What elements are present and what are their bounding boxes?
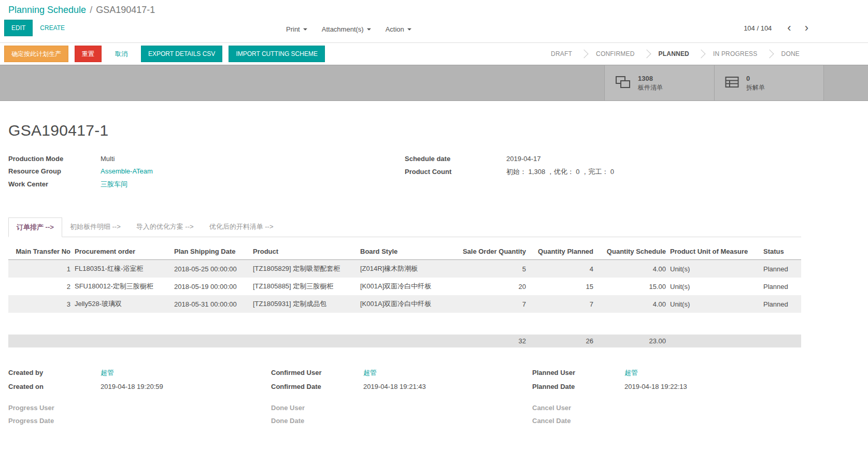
disassembly-stat-button[interactable]: 0 拆解单 [714,65,824,100]
column-header-sale-order-quantity[interactable]: Sale Order Quantity [451,243,528,260]
cell-status: Planned [761,260,801,278]
status-step-done[interactable]: DONE [773,46,808,62]
attachments-dropdown[interactable]: Attachment(s) [322,25,371,33]
field-progress-user: Progress User [8,404,271,412]
field-groups: Production Mode Multi Resource Group Ass… [8,155,801,194]
status-step-planned[interactable]: PLANNED [650,46,698,62]
field-planned-date: Planned Date 2019-04-18 19:22:13 [532,383,801,390]
board-list-stat-button[interactable]: 1308 板件清单 [604,65,714,100]
column-header-board-style[interactable]: Board Style [358,243,451,260]
edit-button[interactable]: EDIT [4,20,33,36]
table-spacer-row [8,313,801,335]
status-step-confirmed[interactable]: CONFIRMED [587,46,643,62]
tab-imported-optimization-plan[interactable]: 导入的优化方案 --> [129,217,202,237]
table-totals-row: 32 26 23.00 [8,335,801,347]
field-label: Product Count [405,168,506,176]
statusbar: DRAFT CONFIRMED PLANNED IN PROGRESS DONE [542,46,808,62]
create-button[interactable]: CREATE [33,20,72,36]
work-center-link[interactable]: 三胺车间 [101,180,127,189]
field-label: Done User [271,404,363,412]
disassembly-label: 拆解单 [746,83,765,92]
stat-text: 0 拆解单 [746,74,765,92]
column-header-quantity-schedule[interactable]: Quantity Schedule [595,243,668,260]
cell-board-style: [K001A]双面冷白中纤板 [358,278,451,295]
cell-product-uom: Unit(s) [668,278,761,295]
pager-count[interactable]: 104 / 104 [744,24,772,32]
pager-nav: ‹ › [787,22,808,34]
status-step-in-progress[interactable]: IN PROGRESS [704,46,766,62]
breadcrumb: Planning Schedule/GSA190417-1 [8,3,808,17]
field-label: Progress Date [8,417,101,425]
cancel-button[interactable]: 取消 [108,46,135,62]
cell-product-uom: Unit(s) [668,260,761,278]
cell-plan-shipping-date: 2018-05-25 00:00:00 [172,260,251,278]
cell-product-uom: Unit(s) [668,295,761,313]
toolbar-buttons: 确定按此计划生产 重置 取消 EXPORT DETAILS CSV IMPORT… [4,46,325,62]
status-step-draft[interactable]: DRAFT [542,46,581,62]
field-created-on: Created on 2019-04-18 19:20:59 [8,383,271,390]
column-header-plan-shipping-date[interactable]: Plan Shipping Date [172,243,251,260]
cell-quantity-schedule: 4.00 [595,295,668,313]
field-label: Work Center [8,180,101,188]
created-on-value: 2019-04-18 19:20:59 [101,383,163,390]
cell-quantity-planned: 15 [528,278,595,295]
record-title: GSA190417-1 [8,122,801,139]
created-by-user-link[interactable]: 超管 [101,368,114,378]
cell-procurement-order: FL180351-红橡-浴室柜 [73,260,172,278]
field-label: Confirmed Date [271,383,363,390]
breadcrumb-separator: / [90,5,92,15]
caret-down-icon [367,28,371,30]
pager-previous-button[interactable]: ‹ [787,22,791,34]
confirmed-date-value: 2019-04-18 19:21:43 [363,383,426,390]
field-label: Cancel Date [532,417,624,425]
tab-initial-board-detail[interactable]: 初始板件明细 --> [62,217,129,237]
print-dropdown[interactable]: Print [286,25,307,33]
export-details-csv-button[interactable]: EXPORT DETAILS CSV [141,46,222,62]
total-quantity-schedule: 23.00 [595,335,668,347]
field-created-by: Created by 超管 [8,368,271,378]
column-header-status[interactable]: Status [761,243,801,260]
cell-sale-order-quantity: 20 [451,278,528,295]
tab-order-scheduling[interactable]: 订单排产 --> [8,217,62,237]
confirm-produce-button[interactable]: 确定按此计划生产 [4,46,68,62]
audit-column-1: Created by 超管 Created on 2019-04-18 19:2… [8,368,271,430]
cell-plan-shipping-date: 2018-05-19 00:00:00 [172,278,251,295]
column-header-quantity-planned[interactable]: Quantity Planned [528,243,595,260]
field-cancel-date: Cancel Date [532,417,801,425]
field-resource-group: Resource Group Assemble-ATeam [8,167,405,175]
disassembly-count: 0 [746,74,765,83]
toolbar: 确定按此计划生产 重置 取消 EXPORT DETAILS CSV IMPORT… [0,43,868,65]
field-cancel-user: Cancel User [532,404,801,412]
column-header-product-uom[interactable]: Product Unit of Measure [668,243,761,260]
board-list-label: 板件清单 [638,83,663,92]
cell-quantity-schedule: 4.00 [595,260,668,278]
control-panel: Planning Schedule/GSA190417-1 EDIT CREAT… [0,0,868,43]
confirmed-user-link[interactable]: 超管 [363,368,377,378]
action-dropdown-label: Action [386,25,404,33]
pager-next-button[interactable]: › [805,22,808,34]
column-header-product[interactable]: Product [251,243,358,260]
table-row[interactable]: 3 Jelly528-玻璃双 2018-05-31 00:00:00 [TZ18… [8,295,801,313]
board-group-icon [615,76,631,90]
field-confirmed-date: Confirmed Date 2019-04-18 19:21:43 [271,383,532,390]
column-header-main-transfer-no[interactable]: Main Transfer No [8,243,73,260]
schedule-date-value: 2019-04-17 [506,155,541,163]
resource-group-link[interactable]: Assemble-ATeam [101,167,153,175]
column-header-procurement-order[interactable]: Procurement order [73,243,172,260]
tab-optimized-cutting-list[interactable]: 优化后的开料清单 --> [202,217,281,237]
table-row[interactable]: 1 FL180351-红橡-浴室柜 2018-05-25 00:00:00 [T… [8,260,801,278]
table-row[interactable]: 2 SFU180012-定制三胺橱柜 2018-05-19 00:00:00 [… [8,278,801,295]
field-label: Cancel User [532,404,624,412]
planned-user-link[interactable]: 超管 [624,368,638,378]
breadcrumb-parent-link[interactable]: Planning Schedule [8,5,86,15]
action-dropdown[interactable]: Action [386,25,411,33]
import-cutting-scheme-button[interactable]: IMPORT CUTTING SCHEME [229,46,325,62]
field-label: Planned User [532,369,624,376]
field-group-right: Schedule date 2019-04-17 Product Count 初… [405,155,801,194]
action-dropdowns: Print Attachment(s) Action [286,25,411,33]
field-label: Progress User [8,404,101,412]
reset-button[interactable]: 重置 [75,46,102,62]
total-sale-order-quantity: 32 [451,335,528,347]
form-sheet: GSA190417-1 Production Mode Multi Resour… [0,101,868,450]
table-header-row: Main Transfer No Procurement order Plan … [8,243,801,260]
